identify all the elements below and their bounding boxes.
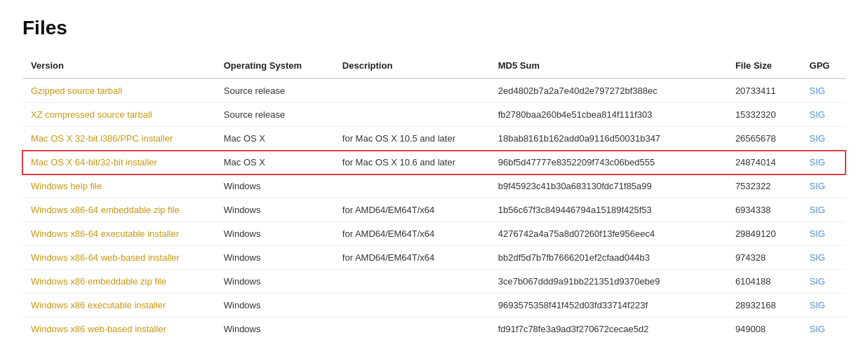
file-md5: 4276742a4a75a8d07260f13fe956eec4 xyxy=(490,222,727,246)
file-sig-link[interactable]: SIG xyxy=(810,300,825,310)
file-size: 26565678 xyxy=(727,127,801,151)
file-description xyxy=(334,317,490,341)
file-version-link[interactable]: Mac OS X 64-bit/32-bit installer xyxy=(31,157,157,167)
table-row: Mac OS X 64-bit/32-bit installerMac OS X… xyxy=(22,151,846,174)
file-description xyxy=(334,174,490,198)
header-filesize: File Size xyxy=(727,53,801,78)
table-row: Gzipped source tarballSource release2ed4… xyxy=(22,78,846,103)
file-md5: fd91f7c78fe3a9ad3f270672cecae5d2 xyxy=(490,317,727,341)
file-os: Windows xyxy=(215,198,334,222)
file-os: Source release xyxy=(215,103,334,127)
file-sig-link[interactable]: SIG xyxy=(810,157,825,167)
file-sig-link[interactable]: SIG xyxy=(810,85,825,96)
file-sig-link[interactable]: SIG xyxy=(810,109,825,120)
file-sig-link[interactable]: SIG xyxy=(810,252,825,263)
file-sig-link[interactable]: SIG xyxy=(810,276,825,287)
table-row: Windows x86-64 embeddable zip fileWindow… xyxy=(22,198,846,222)
file-version-link[interactable]: Windows x86-64 embeddable zip file xyxy=(31,205,180,215)
file-description xyxy=(334,78,490,103)
file-size: 20733411 xyxy=(727,78,801,103)
file-version-link[interactable]: Windows x86-64 executable installer xyxy=(31,228,179,239)
file-os: Windows xyxy=(215,270,334,294)
file-os: Windows xyxy=(215,294,334,317)
file-version-link[interactable]: Windows x86-64 web-based installer xyxy=(31,252,180,263)
file-version-link[interactable]: Windows x86 web-based installer xyxy=(31,324,166,334)
file-md5: 3ce7b067ddd9a91bb221351d9370ebe9 xyxy=(490,270,727,294)
file-md5: 18bab8161b162add0a9116d50031b347 xyxy=(490,127,727,151)
file-description: for AMD64/EM64T/x64 xyxy=(334,222,490,246)
file-description: for Mac OS X 10.5 and later xyxy=(334,127,490,151)
file-os: Windows xyxy=(215,317,334,341)
file-description: for Mac OS X 10.6 and later xyxy=(334,151,490,174)
file-version-link[interactable]: Windows x86 executable installer xyxy=(31,300,166,310)
file-size: 974328 xyxy=(727,246,801,270)
header-description: Description xyxy=(334,53,490,78)
table-row: Windows x86 embeddable zip fileWindows3c… xyxy=(22,270,846,294)
file-size: 28932168 xyxy=(727,294,801,317)
file-md5: fb2780baa260b4e51cbea814f111f303 xyxy=(490,103,727,127)
file-os: Source release xyxy=(215,78,334,103)
file-description xyxy=(334,270,490,294)
table-row: Windows x86-64 web-based installerWindow… xyxy=(22,246,846,270)
file-os: Mac OS X xyxy=(215,151,334,174)
file-md5: 1b56c67f3c849446794a15189f425f53 xyxy=(490,198,727,222)
file-version-link[interactable]: Windows x86 embeddable zip file xyxy=(31,276,166,287)
file-md5: 9693575358f41f452d03fd33714f223f xyxy=(490,294,727,317)
header-md5: MD5 Sum xyxy=(490,53,727,78)
page-title: Files xyxy=(22,17,846,39)
file-md5: bb2df5d7b7fb7666201ef2cfaad044b3 xyxy=(490,246,727,270)
header-os: Operating System xyxy=(215,53,334,78)
file-description: for AMD64/EM64T/x64 xyxy=(334,198,490,222)
file-os: Windows xyxy=(215,174,334,198)
table-row: Windows x86-64 executable installerWindo… xyxy=(22,222,846,246)
file-sig-link[interactable]: SIG xyxy=(810,205,825,215)
file-sig-link[interactable]: SIG xyxy=(810,133,825,144)
table-row: Windows x86 executable installerWindows9… xyxy=(22,294,846,317)
file-version-link[interactable]: Mac OS X 32-bit i386/PPC installer xyxy=(31,133,173,144)
file-size: 6104188 xyxy=(727,270,801,294)
file-md5: b9f45923c41b30a683130fdc71f85a99 xyxy=(490,174,727,198)
file-os: Mac OS X xyxy=(215,127,334,151)
table-row: Windows x86 web-based installerWindowsfd… xyxy=(22,317,846,341)
file-size: 7532322 xyxy=(727,174,801,198)
file-os: Windows xyxy=(215,222,334,246)
table-row: Windows help fileWindowsb9f45923c41b30a6… xyxy=(22,174,846,198)
file-description xyxy=(334,294,490,317)
file-sig-link[interactable]: SIG xyxy=(810,228,825,239)
file-version-link[interactable]: Gzipped source tarball xyxy=(31,85,122,96)
file-md5: 2ed4802b7a2a7e40d2e797272bf388ec xyxy=(490,78,727,103)
file-description xyxy=(334,103,490,127)
files-table: Version Operating System Description MD5… xyxy=(22,53,846,341)
header-gpg: GPG xyxy=(801,53,846,78)
file-size: 949008 xyxy=(727,317,801,341)
file-sig-link[interactable]: SIG xyxy=(810,181,825,191)
file-size: 29849120 xyxy=(727,222,801,246)
file-version-link[interactable]: Windows help file xyxy=(31,181,102,191)
file-size: 15332320 xyxy=(727,103,801,127)
file-description: for AMD64/EM64T/x64 xyxy=(334,246,490,270)
table-row: XZ compressed source tarballSource relea… xyxy=(22,103,846,127)
file-version-link[interactable]: XZ compressed source tarball xyxy=(31,109,152,120)
header-version: Version xyxy=(22,53,215,78)
file-size: 6934338 xyxy=(727,198,801,222)
file-size: 24874014 xyxy=(727,151,801,174)
file-sig-link[interactable]: SIG xyxy=(810,324,825,334)
table-row: Mac OS X 32-bit i386/PPC installerMac OS… xyxy=(22,127,846,151)
file-md5: 96bf5d47777e8352209f743c06bed555 xyxy=(490,151,727,174)
table-header-row: Version Operating System Description MD5… xyxy=(22,53,846,78)
file-os: Windows xyxy=(215,246,334,270)
